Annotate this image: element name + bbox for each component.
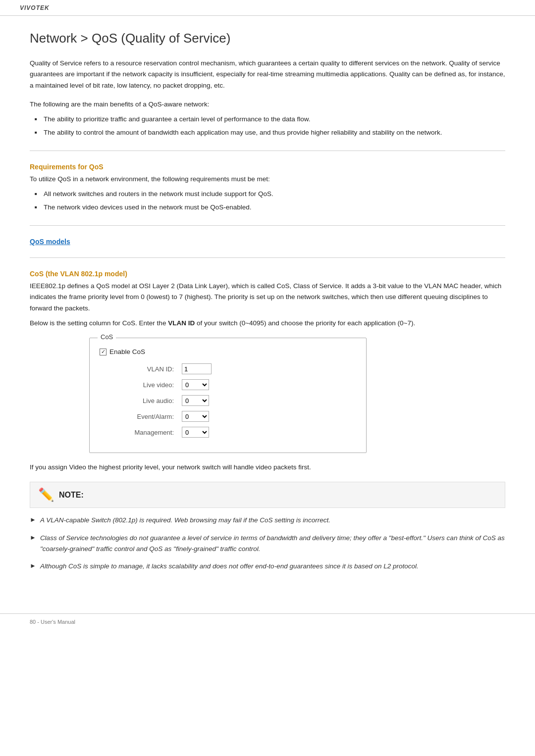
vlan-id-row: VLAN ID: <box>100 363 356 374</box>
qos-models-link-row: QoS models <box>30 238 505 246</box>
vlan-id-label: VLAN ID: <box>114 365 174 373</box>
cos-paragraph2: Below is the setting column for CoS. Ent… <box>30 318 505 329</box>
note-text-2: Class of Service technologies do not gua… <box>40 533 505 554</box>
event-alarm-row: Event/Alarm: 01234567 <box>100 411 356 422</box>
requirements-intro: To utilize QoS in a network environment,… <box>30 174 505 185</box>
enable-cos-row: Enable CoS <box>100 348 356 355</box>
requirements-list: All network switches and routers in the … <box>30 189 505 213</box>
note-text-3: Although CoS is simple to manage, it lac… <box>40 561 419 572</box>
requirements-section: Requirements for QoS To utilize QoS in a… <box>30 163 505 213</box>
note-item-3: ► Although CoS is simple to manage, it l… <box>30 561 505 572</box>
note-item-1: ► A VLAN-capable Switch (802.1p) is requ… <box>30 515 505 526</box>
live-video-label: Live video: <box>114 381 174 389</box>
note-arrow-3: ► <box>30 561 36 571</box>
benefit-item-2: The ability to control the amount of ban… <box>35 127 505 139</box>
note-arrow-2: ► <box>30 533 36 543</box>
cos-paragraph2-pre: Below is the setting column for CoS. Ent… <box>30 319 168 327</box>
requirements-heading: Requirements for QoS <box>30 163 505 171</box>
cos-heading: CoS (the VLAN 802.1p model) <box>30 270 505 278</box>
separator-1 <box>30 151 505 151</box>
cos-paragraph2-bold: VLAN ID <box>168 319 195 327</box>
vlan-id-input[interactable] <box>182 363 212 374</box>
separator-3 <box>30 257 505 258</box>
live-audio-label: Live audio: <box>114 397 174 404</box>
event-alarm-select[interactable]: 01234567 <box>182 411 209 422</box>
live-video-row: Live video: 01234567 <box>100 379 356 390</box>
footer: 80 - User's Manual <box>0 613 535 630</box>
note-icon: ✏️ <box>38 487 54 503</box>
note-item-2: ► Class of Service technologies do not g… <box>30 533 505 554</box>
live-audio-row: Live audio: 01234567 <box>100 395 356 406</box>
live-audio-select[interactable]: 01234567 <box>182 395 209 406</box>
cos-paragraph1: IEEE802.1p defines a QoS model at OSI La… <box>30 281 505 314</box>
brand-label: VIVOTEK <box>20 4 50 11</box>
cos-section: CoS (the VLAN 802.1p model) IEEE802.1p d… <box>30 270 505 473</box>
footer-text: 80 - User's Manual <box>30 619 75 625</box>
live-video-select[interactable]: 01234567 <box>182 379 209 390</box>
management-label: Management: <box>114 429 174 436</box>
cos-box-title: CoS <box>98 333 116 341</box>
event-alarm-label: Event/Alarm: <box>114 413 174 420</box>
cos-after-text: If you assign Video the highest priority… <box>30 462 505 473</box>
separator-2 <box>30 225 505 226</box>
requirement-item-2: The network video devices used in the ne… <box>35 202 505 213</box>
intro-paragraph: Quality of Service refers to a resource … <box>30 58 505 91</box>
management-select[interactable]: 01234567 <box>182 427 209 438</box>
main-content: Network > QoS (Quality of Service) Quali… <box>0 16 535 599</box>
note-arrow-1: ► <box>30 515 36 525</box>
benefits-heading: The following are the main benefits of a… <box>30 99 505 110</box>
enable-cos-checkbox[interactable] <box>100 349 107 355</box>
qos-models-link[interactable]: QoS models <box>30 238 505 246</box>
notes-list: ► A VLAN-capable Switch (802.1p) is requ… <box>30 515 505 571</box>
note-label: NOTE: <box>59 491 84 500</box>
benefit-item-1: The ability to prioritize traffic and gu… <box>35 114 505 125</box>
enable-cos-label: Enable CoS <box>109 348 145 355</box>
benefits-list: The ability to prioritize traffic and gu… <box>30 114 505 139</box>
requirement-item-1: All network switches and routers in the … <box>35 189 505 200</box>
cos-paragraph2-post: of your switch (0~4095) and choose the p… <box>195 319 415 327</box>
note-text-1: A VLAN-capable Switch (802.1p) is requir… <box>40 515 330 526</box>
management-row: Management: 01234567 <box>100 427 356 438</box>
cos-settings-box: CoS Enable CoS VLAN ID: Live video: 0123… <box>89 338 367 453</box>
top-bar: VIVOTEK <box>0 0 535 16</box>
page-title: Network > QoS (Quality of Service) <box>30 31 505 46</box>
note-box: ✏️ NOTE: <box>30 482 505 508</box>
